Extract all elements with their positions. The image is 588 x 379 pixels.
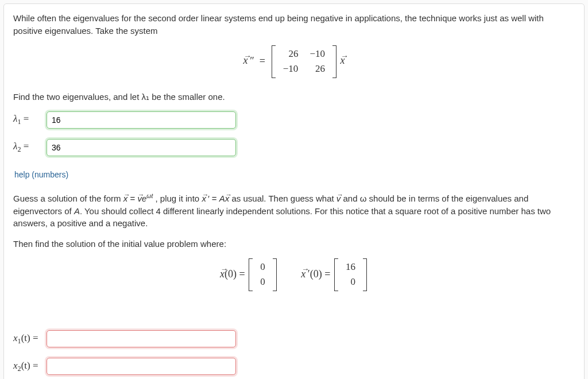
then-find-text: Then find the solution of the initial va… [13,238,575,250]
x1-input[interactable] [47,330,236,347]
x1-row: x1(t) = [13,330,575,347]
lambda1-input[interactable] [47,111,236,129]
lambda2-input[interactable] [47,139,236,156]
x2-row: x2(t) = [13,358,575,375]
x2-label: x2(t) = [13,359,41,374]
help-numbers-link[interactable]: help (numbers) [14,169,68,180]
system-equation: x→ ″ = 26−10 −1026 x→ [13,45,575,78]
lambda2-row: λ2 = [13,139,575,156]
x1-label: x1(t) = [13,331,41,347]
initial-conditions: x→(0) = 0 0 x→ ′(0) = 16 0 [13,258,575,291]
problem-panel: While often the eigenvalues for the seco… [3,3,585,379]
intro-text: While often the eigenvalues for the seco… [13,12,575,37]
lambda2-label: λ2 = [13,140,41,155]
lambda1-label: λ1 = [13,112,41,127]
guess-paragraph: Guess a solution of the form x→ = v→eωt … [13,192,575,230]
x2-input[interactable] [47,358,236,375]
lambda1-row: λ1 = [13,111,575,129]
find-eigenvalues-text: Find the two eigenvalues, and let λ₁ be … [13,91,575,103]
